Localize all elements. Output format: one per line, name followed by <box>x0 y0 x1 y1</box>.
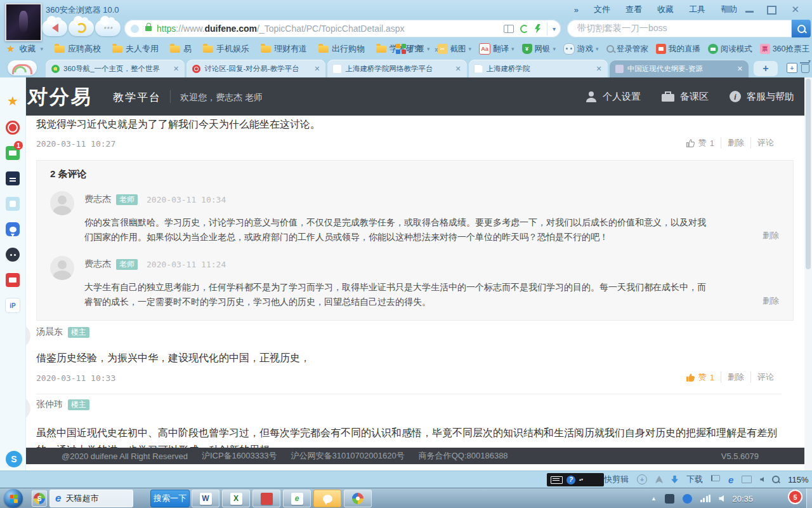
tab-close-icon[interactable]: ✕ <box>737 65 743 73</box>
tab-360-nav[interactable]: 360导航_一个主页，整个世界✕ <box>46 60 185 77</box>
lesson-prep-button[interactable]: 备课区 <box>661 91 709 103</box>
ime-arrows-icon[interactable]: ▴▾ <box>579 478 583 481</box>
tab-close-icon[interactable]: ✕ <box>173 65 179 73</box>
menu-tools[interactable]: 工具 <box>689 4 705 15</box>
download-label[interactable]: 下载 <box>686 474 703 485</box>
start-button[interactable] <box>4 489 23 508</box>
quick-clip-button[interactable]: 快剪辑 <box>604 474 629 485</box>
help-support-button[interactable]: i 客服与帮助 <box>729 90 794 103</box>
ime-toolbar[interactable]: ? ▴▾ <box>547 473 604 486</box>
url-text[interactable]: https://www.duifene.com/_TopicChat/PC/To… <box>157 23 405 34</box>
tab-history-resources[interactable]: 中国近现代史纲要-资源✕ <box>610 60 749 77</box>
taskbar-paint-button[interactable] <box>344 490 372 507</box>
games-button[interactable]: 游戏▾ <box>563 43 599 55</box>
favorites-label[interactable]: 收藏 <box>19 43 36 55</box>
screenshot-button[interactable]: ✂ 截图▾ <box>438 44 472 55</box>
like-button-liked[interactable]: 赞1 <box>679 371 721 383</box>
taskbar-word-button[interactable]: W <box>192 490 219 507</box>
taskbar-search-button[interactable]: 搜索一下 <box>150 490 190 507</box>
password-manager-button[interactable]: 登录管家 <box>606 44 648 55</box>
rainbow-home-icon[interactable] <box>8 60 37 76</box>
bookmark-folder[interactable]: 手机娱乐 <box>203 43 249 55</box>
taskbar-ie-task[interactable]: e 天猫超市 <box>49 490 133 507</box>
menu-file[interactable]: 文件 <box>594 4 610 15</box>
taskbar-clock[interactable]: 20:35 <box>732 494 753 504</box>
reading-mode-icon[interactable] <box>504 25 514 33</box>
commenter-name[interactable]: 费志杰 <box>84 258 111 270</box>
flag-icon[interactable] <box>711 475 720 481</box>
sidebar-favorites-star-icon[interactable]: ★ <box>6 94 20 108</box>
post-author-name[interactable]: 汤晨东 <box>36 326 63 338</box>
tray-app-icon[interactable] <box>665 494 674 504</box>
extensions-button[interactable]: 扩展▾ <box>396 44 430 55</box>
tab-close-icon[interactable]: ✕ <box>596 65 602 73</box>
tab-list-caret-icon[interactable]: ▾ <box>808 58 811 64</box>
post-author-name[interactable]: 张仲玮 <box>36 399 63 410</box>
ticket-grabber-button[interactable]: 票 360抢票王 <box>760 44 809 55</box>
speed-mode-icon[interactable] <box>535 24 540 34</box>
keyboard-icon[interactable] <box>551 476 563 484</box>
download-arrow-icon[interactable] <box>671 476 678 483</box>
menu-overflow-chevron[interactable]: » <box>574 5 579 15</box>
booster-icon[interactable] <box>655 476 663 483</box>
footer-security-record[interactable]: 沪公网安备31010702001620号 <box>291 450 404 462</box>
sidebar-game-icon[interactable] <box>6 248 20 262</box>
tab-jianqiao-college[interactable]: 上海建桥学院✕ <box>469 60 608 77</box>
bookmark-folder[interactable]: 夫人专用 <box>112 43 159 55</box>
sidebar-weibo-icon[interactable] <box>6 121 20 135</box>
bookmark-folder[interactable]: 应聘高校 <box>55 43 101 55</box>
commenter-name[interactable]: 费志杰 <box>84 194 111 205</box>
delete-button[interactable]: 删除 <box>721 137 750 149</box>
reading-mode-button[interactable]: 阅读模式 <box>708 44 752 55</box>
footer-icp[interactable]: 沪ICP备16003333号 <box>202 450 277 462</box>
taskbar-360-button[interactable]: S <box>32 490 47 507</box>
comment-delete-button[interactable]: 删除 <box>763 230 779 241</box>
back-button[interactable] <box>42 20 67 36</box>
favorites-caret-icon[interactable]: ▾ <box>40 46 43 52</box>
comment-delete-button[interactable]: 删除 <box>763 295 779 307</box>
taskbar-reader-button[interactable] <box>252 490 280 507</box>
new-tab-button[interactable]: + <box>754 61 778 76</box>
sidebar-chat-icon[interactable] <box>6 222 20 236</box>
zoom-level[interactable]: 115% <box>788 475 808 485</box>
tab-close-icon[interactable]: ✕ <box>455 65 461 73</box>
taskbar-browser-button[interactable]: e <box>283 490 311 507</box>
bookmark-folder[interactable]: 理财有道 <box>261 43 307 55</box>
sidebar-video-icon[interactable] <box>6 171 20 185</box>
tab-close-icon[interactable]: ✕ <box>314 65 320 73</box>
tab-jianqiao-platform[interactable]: 上海建桥学院网络教学平台✕ <box>327 60 466 77</box>
ie-mode-icon[interactable]: e <box>728 474 733 485</box>
closed-tabs-trash-icon[interactable] <box>801 64 809 73</box>
bookmark-folder[interactable]: 易 <box>170 43 192 55</box>
comment-button[interactable]: 评论 <box>750 137 780 149</box>
search-box[interactable] <box>567 20 792 37</box>
ime-help-icon[interactable]: ? <box>566 476 575 485</box>
show-desktop-button[interactable] <box>806 488 812 508</box>
compatibility-refresh-icon[interactable] <box>520 25 528 33</box>
ebank-button[interactable]: ¥ 网银▾ <box>522 44 556 55</box>
user-avatar-image[interactable] <box>5 3 42 41</box>
delete-button[interactable]: 删除 <box>721 371 750 383</box>
address-bar[interactable]: https://www.duifene.com/_TopicChat/PC/To… <box>124 20 561 37</box>
site-logo[interactable]: 对分易 <box>27 84 94 110</box>
window-mode-icon[interactable] <box>742 476 752 483</box>
tab-discussion-active[interactable]: 讨论区-回复-对分易-教学平台✕ <box>187 60 325 77</box>
translate-button[interactable]: Aa 翻译▾ <box>479 43 514 55</box>
menu-view[interactable]: 查看 <box>625 4 642 15</box>
sidebar-notes-icon[interactable] <box>6 197 20 211</box>
taskbar-wechat-button[interactable] <box>313 490 341 507</box>
taskbar-excel-button[interactable]: X <box>222 490 250 507</box>
add-gadget-icon[interactable]: + <box>637 474 647 485</box>
favorites-star-icon[interactable]: ★ <box>6 43 15 55</box>
network-icon[interactable] <box>700 495 711 502</box>
search-input[interactable] <box>576 20 782 36</box>
sidebar-xiaohongshu-icon[interactable] <box>6 273 20 287</box>
maximize-button[interactable] <box>767 6 776 15</box>
minimize-button[interactable] <box>745 11 754 13</box>
volume-icon[interactable] <box>719 495 724 502</box>
search-button[interactable] <box>792 20 811 37</box>
my-live-button[interactable]: 我的直播 <box>656 44 700 55</box>
scrollbar-thumb[interactable] <box>806 79 811 269</box>
mute-icon[interactable] <box>760 477 764 482</box>
refresh-button[interactable] <box>69 20 94 36</box>
